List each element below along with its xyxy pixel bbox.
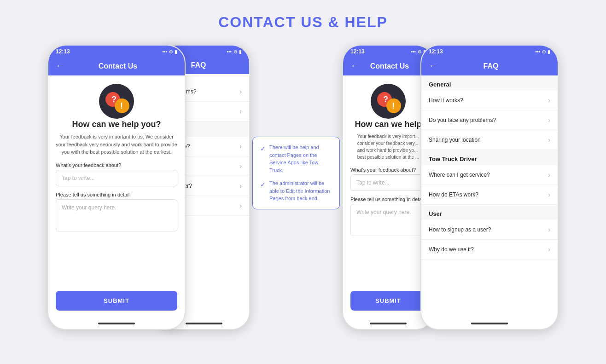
check-icon-2: ✓ [260,180,266,190]
faq-user-label-1: How to signup as a user? [429,226,491,233]
feedback-label-3: What's your feedback about? [350,167,416,173]
info-item-1: ✓ There will be help and contact Pages o… [260,144,332,174]
chevron-u2: › [548,246,550,253]
status-bar-1: 12:13 ••• ⊙ ▮ [48,46,185,57]
detail-label-1: Please tell us something in detail [56,192,129,197]
chevron-icon-1: › [239,88,242,95]
info-text-1: There will be help and contact Pages on … [269,144,332,174]
header-title-3: Contact Us [364,62,415,70]
signal-icon-4: ••• [535,49,540,54]
faq-general-label-1: How it works? [429,97,463,104]
chevron-icon-3: › [239,143,242,150]
faq-general-item-2[interactable]: Do you face any problems? › [421,110,558,130]
battery-icon-4: ▮ [548,49,550,54]
chevron-icon-6: › [239,202,242,209]
signal-icon-2: ••• [227,49,232,54]
contact-content-3: ? ! How can we help Your feedback is ver… [343,75,433,318]
wifi-icon: ⊙ [169,49,173,54]
faq-tow-label-2: How do ETAs work? [429,191,478,198]
back-arrow-icon-4[interactable]: ← [429,61,437,71]
svg-text:!: ! [120,101,123,110]
chevron-g3: › [548,136,550,144]
bottom-bar-3 [343,318,433,329]
status-icons-4: ••• ⊙ ▮ [535,49,550,54]
home-indicator-4 [471,323,508,324]
back-arrow-icon-1[interactable]: ← [56,61,64,71]
wifi-icon-2: ⊙ [233,49,237,54]
submit-button-3[interactable]: SUBMIT [350,291,426,311]
contact-header-1: ← Contact Us [48,57,185,75]
faq-general-label-3: Sharing your location [429,137,481,143]
phone-4-faq: 12:13 ••• ⊙ ▮ ← FAQ General How it works… [420,45,559,330]
faq-tow-label-1: Where can I get service? [429,172,490,178]
detail-textarea-1[interactable]: Write your query here. [56,199,177,231]
home-indicator-3 [370,323,407,324]
contact-content-1: ? ! How can we help you? Your feedback i… [48,75,185,318]
battery-icon-2: ▮ [239,49,242,54]
middle-info-area: ✓ There will be help and contact Pages o… [250,137,342,209]
faq-user-item-1[interactable]: How to signup as a user? › [421,220,558,240]
faq-user-item-2[interactable]: Why do we use it? › [421,240,558,260]
status-bar-3: 12:13 ••• ⊙ ▮ [343,46,433,57]
help-desc-1: Your feedback is very important to us. W… [56,133,177,156]
bottom-bar-1 [48,318,185,329]
status-time-1: 12:13 [56,48,70,55]
detail-label-3: Please tell us something in detail [350,196,424,202]
signal-icon: ••• [162,49,167,54]
chevron-t2: › [548,191,550,198]
status-time-4: 12:13 [429,48,443,55]
bottom-bar-4 [421,318,558,329]
signal-icon-3: ••• [411,49,416,54]
submit-button-1[interactable]: SUBMIT [56,291,177,311]
header-title-1: Contact Us [70,62,166,70]
detail-textarea-3[interactable]: Write your query here. [350,204,426,236]
page-title: CONTACT US & HELP [218,14,388,31]
battery-icon: ▮ [175,49,177,54]
wifi-icon-4: ⊙ [542,49,546,54]
help-desc-3: Your feedback is very import...consider … [357,133,420,161]
faq-section-user: User [421,205,558,220]
home-indicator-2 [186,323,222,324]
info-box: ✓ There will be help and contact Pages o… [252,137,340,209]
faq-user-label-2: Why do we use it? [429,246,474,253]
svg-text:!: ! [392,101,395,110]
help-icon-1: ? ! [98,83,135,120]
faq-general-item-3[interactable]: Sharing your location › [421,130,558,150]
chevron-u1: › [548,226,550,233]
faq-tow-item-1[interactable]: Where can I get service? › [421,165,558,185]
status-time-3: 12:13 [350,48,365,55]
chevron-icon-4: › [239,162,242,170]
faq-section-tow-driver: Tow Truck Driver [421,150,558,165]
chevron-icon-2: › [239,108,242,115]
faq-general-item-1[interactable]: How it works? › [421,91,558,110]
wifi-icon-3: ⊙ [418,49,421,54]
help-title-3: How can we help [355,120,421,129]
check-icon-1: ✓ [260,144,266,154]
help-title-1: How can we help you? [72,120,161,129]
faq-content-4: General How it works? › Do you face any … [421,75,558,318]
back-arrow-icon-3[interactable]: ← [350,61,359,71]
faq-tow-item-2[interactable]: How do ETAs work? › [421,185,558,205]
faq-section-general: General [421,75,558,91]
info-text-2: The administrator will be able to Edit t… [269,179,332,202]
home-indicator-1 [98,323,135,324]
header-title-4: FAQ [443,62,539,70]
chevron-g2: › [548,116,550,124]
chevron-t1: › [548,171,550,179]
status-bar-4: 12:13 ••• ⊙ ▮ [421,46,558,57]
chevron-icon-5: › [239,182,242,190]
status-icons-2: ••• ⊙ ▮ [227,49,242,54]
faq-general-label-2: Do you face any problems? [429,117,496,123]
feedback-input-3[interactable]: Tap to write... [350,174,426,191]
phone-1-contact: 12:13 ••• ⊙ ▮ ← Contact Us ? ! How can w… [47,45,186,330]
feedback-label-1: What's your feedback about? [56,162,121,168]
help-icon-3: ? ! [370,83,407,120]
faq-header-4: ← FAQ [421,57,558,75]
chevron-g1: › [548,97,550,104]
info-item-2: ✓ The administrator will be able to Edit… [260,179,332,202]
feedback-input-1[interactable]: Tap to write... [56,170,177,186]
status-icons-1: ••• ⊙ ▮ [162,49,177,54]
contact-header-3: ← Contact Us [343,57,433,75]
